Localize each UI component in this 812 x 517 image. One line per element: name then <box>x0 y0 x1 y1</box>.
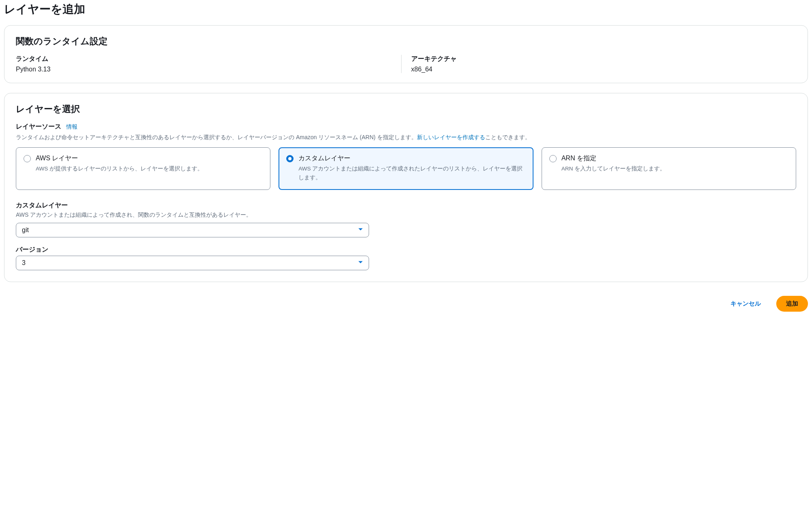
version-group: バージョン 3 <box>16 246 796 270</box>
architecture-col: アーキテクチャ x86_64 <box>401 55 797 73</box>
radio-custom-desc: AWS アカウントまたは組織によって作成されたレイヤーのリストから、レイヤーを選… <box>298 164 525 182</box>
action-row: キャンセル 追加 <box>4 292 808 312</box>
architecture-value: x86_64 <box>411 66 787 73</box>
page-title: レイヤーを追加 <box>4 0 808 17</box>
radio-icon <box>286 155 294 162</box>
radio-specify-arn[interactable]: ARN を指定 ARN を入力してレイヤーを指定します。 <box>542 147 796 190</box>
description-suffix: こともできます。 <box>485 134 531 140</box>
info-link[interactable]: 情報 <box>66 123 78 131</box>
runtime-col: ランタイム Python 3.13 <box>16 55 401 73</box>
layer-source-options: AWS レイヤー AWS が提供するレイヤーのリストから、レイヤーを選択します。… <box>16 147 796 190</box>
runtime-panel-title: 関数のランタイム設定 <box>16 35 796 47</box>
radio-content: カスタムレイヤー AWS アカウントまたは組織によって作成されたレイヤーのリスト… <box>298 154 525 182</box>
custom-layer-label: カスタムレイヤー <box>16 201 796 210</box>
runtime-label: ランタイム <box>16 55 391 63</box>
version-label: バージョン <box>16 246 796 254</box>
add-button[interactable]: 追加 <box>776 296 808 312</box>
create-layer-link[interactable]: 新しいレイヤーを作成する <box>417 134 485 140</box>
version-selected-value: 3 <box>16 256 369 270</box>
description-prefix: ランタイムおよび命令セットアーキテクチャと互換性のあるレイヤーから選択するか、レ… <box>16 134 417 140</box>
radio-icon <box>549 155 557 162</box>
radio-arn-title: ARN を指定 <box>561 154 788 163</box>
radio-custom-title: カスタムレイヤー <box>298 154 525 163</box>
version-select[interactable]: 3 <box>16 256 369 270</box>
radio-arn-desc: ARN を入力してレイヤーを指定します。 <box>561 164 788 173</box>
layer-source-label: レイヤーソース <box>16 123 61 131</box>
layer-source-description: ランタイムおよび命令セットアーキテクチャと互換性のあるレイヤーから選択するか、レ… <box>16 133 796 142</box>
radio-icon <box>24 155 31 162</box>
custom-layer-help: AWS アカウントまたは組織によって作成され、関数のランタイムと互換性があるレイ… <box>16 211 796 219</box>
radio-aws-layers[interactable]: AWS レイヤー AWS が提供するレイヤーのリストから、レイヤーを選択します。 <box>16 147 270 190</box>
cancel-button[interactable]: キャンセル <box>721 296 771 312</box>
custom-layer-selected-value: git <box>16 223 369 237</box>
radio-content: ARN を指定 ARN を入力してレイヤーを指定します。 <box>561 154 788 182</box>
choose-layer-title: レイヤーを選択 <box>16 103 796 115</box>
custom-layer-group: カスタムレイヤー AWS アカウントまたは組織によって作成され、関数のランタイム… <box>16 201 796 237</box>
radio-content: AWS レイヤー AWS が提供するレイヤーのリストから、レイヤーを選択します。 <box>36 154 263 182</box>
runtime-settings-panel: 関数のランタイム設定 ランタイム Python 3.13 アーキテクチャ x86… <box>4 25 808 83</box>
radio-aws-desc: AWS が提供するレイヤーのリストから、レイヤーを選択します。 <box>36 164 263 173</box>
architecture-label: アーキテクチャ <box>411 55 787 63</box>
runtime-grid: ランタイム Python 3.13 アーキテクチャ x86_64 <box>16 55 796 73</box>
choose-layer-panel: レイヤーを選択 レイヤーソース 情報 ランタイムおよび命令セットアーキテクチャと… <box>4 93 808 282</box>
layer-source-header: レイヤーソース 情報 <box>16 123 796 131</box>
radio-custom-layers[interactable]: カスタムレイヤー AWS アカウントまたは組織によって作成されたレイヤーのリスト… <box>279 147 533 190</box>
radio-aws-title: AWS レイヤー <box>36 154 263 163</box>
custom-layer-select[interactable]: git <box>16 223 369 237</box>
runtime-value: Python 3.13 <box>16 66 391 73</box>
